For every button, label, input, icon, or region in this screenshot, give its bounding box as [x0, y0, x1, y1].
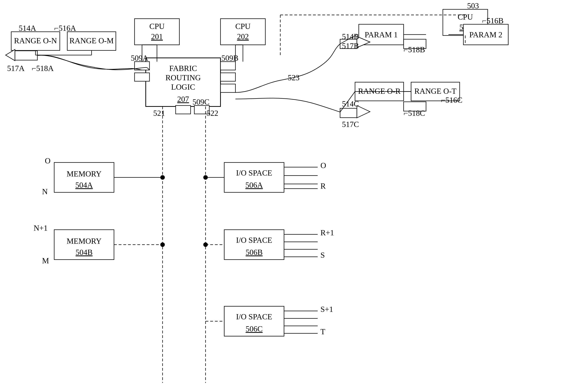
- junction-504a: [160, 175, 165, 180]
- connector-517c-rect: [340, 108, 357, 118]
- label-517a: 517A: [7, 64, 25, 73]
- range-or-label: RANGE O-R: [358, 87, 401, 96]
- label-523: 523: [288, 73, 299, 82]
- label-521: 521: [153, 109, 165, 117]
- label-516b: ⌐516B: [482, 16, 504, 25]
- fabric-label2: ROUTING: [165, 73, 201, 82]
- label-N1: N+1: [34, 224, 48, 232]
- label-S: S: [320, 251, 325, 259]
- label-R: R: [320, 182, 326, 190]
- cpu-202-num: 202: [237, 32, 249, 41]
- cpu-202-label: CPU: [235, 22, 251, 31]
- label-516c: ⌐516C: [441, 96, 462, 104]
- label-O-top: O: [45, 157, 50, 165]
- cpu-201-num: 201: [151, 32, 163, 41]
- range-om-label: RANGE O-M: [70, 36, 114, 45]
- junction-506a: [203, 175, 208, 180]
- label-509a: 509A: [131, 54, 148, 62]
- label-517c: 517C: [342, 120, 359, 129]
- memory-504a-num: 504A: [75, 181, 93, 189]
- junction-506b: [203, 242, 208, 247]
- label-514a: 514A: [19, 24, 36, 32]
- cpu-503-label: CPU: [458, 13, 473, 21]
- label-N: N: [42, 187, 48, 196]
- io-506b-num: 506B: [246, 248, 263, 257]
- label-518a: ⌐518A: [32, 64, 54, 73]
- label-509c: 509C: [192, 98, 209, 106]
- label-S1: S+1: [320, 305, 333, 313]
- port-509b-top: [220, 62, 235, 70]
- io-506c-label: I/O SPACE: [236, 312, 272, 321]
- connector-517a: [5, 49, 15, 61]
- right-wavy-line2: [235, 98, 340, 112]
- label-R1: R+1: [320, 228, 334, 237]
- connector-518a-box: [15, 51, 37, 60]
- fabric-label1: FABRIC: [169, 64, 197, 73]
- label-O-io: O: [320, 161, 326, 170]
- label-M: M: [42, 256, 49, 265]
- range-ot-label: RANGE O-T: [414, 87, 456, 96]
- diagram-container: CPU 503 CPU 201 CPU 202 PARAM 1 PARAM 2 …: [0, 0, 580, 392]
- fabric-label3: LOGIC: [171, 83, 195, 91]
- label-514b: 514B: [342, 32, 359, 41]
- label-503: 503: [467, 1, 479, 10]
- label-522: 522: [206, 109, 218, 117]
- memory-504b-label: MEMORY: [67, 237, 102, 245]
- memory-504b-num: 504B: [75, 248, 93, 257]
- cpu-201-label: CPU: [149, 22, 165, 31]
- port-509a-bot: [135, 73, 149, 81]
- label-518c: ⌐518C: [404, 109, 425, 117]
- label-516a: ⌐516A: [54, 24, 76, 32]
- label-518b: ⌐518B: [404, 45, 425, 54]
- param1-label: PARAM 1: [365, 30, 398, 39]
- io-506b-label: I/O SPACE: [236, 236, 272, 244]
- range-on-label: RANGE O-N: [14, 36, 57, 45]
- right-wavy-line: [235, 44, 340, 93]
- param2-label: PARAM 2: [469, 30, 502, 39]
- label-509b: 509B: [221, 54, 238, 62]
- io-506a-num: 506A: [245, 181, 263, 189]
- label-517b: 517B: [342, 42, 359, 50]
- port-509b-bot: [220, 84, 235, 93]
- fabric-num: 207: [177, 95, 189, 103]
- io-506a-label: I/O SPACE: [236, 169, 272, 177]
- port-509b-mid: [220, 73, 235, 81]
- memory-504a-label: MEMORY: [67, 170, 102, 178]
- port-509c-1: [176, 105, 191, 114]
- label-514c: 514C: [342, 99, 359, 108]
- io-506c-num: 506C: [246, 325, 263, 333]
- label-T: T: [320, 327, 325, 336]
- junction-504b: [160, 242, 165, 247]
